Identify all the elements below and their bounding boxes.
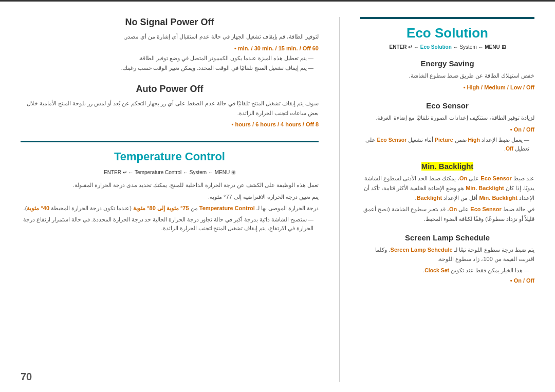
screen-lamp-title: Screen Lamp Schedule	[360, 233, 534, 242]
temp-desc1: تعمل هذه الوظيفة على الكشف عن درجة الحرا…	[21, 180, 319, 190]
screen-lamp-section: Screen Lamp Schedule يتم ضبط درجة سطوع ا…	[360, 233, 534, 286]
temp-control-title: Temperature Control	[21, 141, 319, 163]
temp-desc2: يتم تعيين درجة الحرارة الافتراضية إلى 77…	[21, 192, 319, 202]
temp-orange: Temperature Control	[199, 205, 255, 211]
auto-power-desc: سوف يتم إيقاف تشغيل المنتج تلقائيًا في ح…	[21, 99, 319, 118]
sl-clock: Clock Set	[424, 267, 449, 273]
auto-power-options-text: 8 hours / 6 hours / 4 hours / Off •	[231, 121, 319, 127]
auto-power-section: Auto Power Off سوف يتم إيقاف تشغيل المنت…	[21, 84, 319, 129]
left-column: No Signal Power Off لتوفير الطاقة، قم بإ…	[21, 17, 319, 382]
eco-nav-eco: Eco Solution	[420, 44, 452, 50]
content-area: No Signal Power Off لتوفير الطاقة، قم بإ…	[0, 2, 555, 392]
mb-backlight: Backlight	[417, 195, 442, 201]
no-signal-options-text: 60 min. / 30 min. / 15 min. / Off •	[234, 45, 319, 51]
temp-note1: ستصبح الشاشة ذاتية بدرجة أكبر في حالة تج…	[21, 215, 319, 233]
mb-eco: Eco Sensor	[480, 175, 512, 181]
no-signal-desc: لتوفير الطاقة، قم بإيقاف تشغيل الجهاز في…	[21, 32, 319, 42]
eco-sensor-note1: يعمل ضبط الإعداد High ضمن Picture أثناء …	[360, 136, 534, 153]
energy-options-text: High	[467, 84, 479, 90]
temp-range: 75° مئوية إلى 80° مئوية	[133, 205, 189, 211]
min-backlight-title: Min. Backlight	[360, 162, 534, 171]
page-container: No Signal Power Off لتوفير الطاقة، قم بإ…	[0, 0, 555, 392]
no-signal-title: No Signal Power Off	[21, 17, 319, 28]
note-off: Off	[506, 145, 513, 152]
mb-on: On	[459, 175, 467, 181]
screen-lamp-options: On / Off •	[360, 276, 534, 286]
temp-desc3: درجة الحرارة الموصى بها لـ Temperature C…	[21, 203, 319, 213]
mb-on2: On	[449, 206, 457, 212]
no-signal-options: 60 min. / 30 min. / 15 min. / Off •	[21, 44, 319, 53]
energy-saving-title: Energy Saving	[360, 59, 534, 68]
no-signal-note2: يتم إيقاف تشغيل المنتج تلقائيًا في الوقت…	[21, 64, 319, 72]
eco-sensor-desc: لزيادة توفير الطاقة، ستتكيف إعدادات الصو…	[360, 113, 534, 123]
screen-lamp-note1: هذا الخيار يمكن فقط عند تكوين Clock Set.	[360, 266, 534, 275]
min-backlight-desc1: عند ضبط Eco Sensor على On، يمكنك ضبط الح…	[360, 174, 534, 202]
temp-ambient: 40° مئوية	[27, 205, 49, 211]
mb-min: Min. Backlight	[466, 185, 504, 191]
temp-control-nav: ENTER ↵ ← Temperature Control ← System ←…	[21, 170, 319, 175]
eco-sensor-options: On / Off •	[360, 125, 534, 135]
note-high: High	[468, 137, 479, 143]
min-backlight-desc2: في حالة ضبط Eco Sensor على On، قد يتغير …	[360, 204, 534, 223]
mb-eco2: Eco Sensor	[470, 206, 502, 212]
note-eco: Eco Sensor	[377, 137, 406, 143]
energy-saving-section: Energy Saving خفض استهلاك الطاقة عن طريق…	[360, 59, 534, 92]
screen-lamp-desc: يتم ضبط درجة سطوع اللوحة تبعًا لـ Screen…	[360, 245, 534, 264]
sl-options-text: On / Off •	[510, 277, 534, 284]
auto-power-title: Auto Power Off	[21, 84, 319, 95]
eco-sensor-options-text: On / Off •	[510, 126, 534, 133]
eco-solution-title: Eco Solution	[360, 17, 534, 41]
energy-saving-options: High / Medium / Low / Off •	[360, 83, 534, 92]
energy-saving-desc: خفض استهلاك الطاقة عن طريق ضبط سطوع الشا…	[360, 71, 534, 81]
no-signal-note1: يتم تعطيل هذه الميزة عندما يكون الكمبيوت…	[21, 54, 319, 63]
no-signal-section: No Signal Power Off لتوفير الطاقة، قم بإ…	[21, 17, 319, 72]
temp-control-section: Temperature Control ENTER ↵ ← Temperatur…	[21, 141, 319, 233]
mb-min2: Min. Backlight	[479, 195, 517, 201]
right-column: Eco Solution ENTER ↵ ← Eco Solution ← Sy…	[339, 17, 534, 382]
eco-sensor-title: Eco Sensor	[360, 101, 534, 110]
note-picture: Picture	[435, 137, 453, 143]
min-backlight-title-text: Min. Backlight	[421, 162, 474, 171]
sl-schedule: Screen Lamp Schedule	[391, 247, 453, 253]
eco-solution-section: Eco Solution ENTER ↵ ← Eco Solution ← Sy…	[360, 17, 534, 50]
page-number: 70	[21, 371, 32, 383]
auto-power-options: 8 hours / 6 hours / 4 hours / Off •	[21, 120, 319, 129]
eco-sensor-section: Eco Sensor لزيادة توفير الطاقة، ستتكيف إ…	[360, 101, 534, 153]
temp-nav-text: ENTER ↵ ← Temperature Control ← System ←…	[104, 170, 235, 175]
eco-solution-nav: ENTER ↵ ← Eco Solution ← System ← MENU ⊞	[360, 44, 534, 50]
min-backlight-section: Min. Backlight عند ضبط Eco Sensor على On…	[360, 162, 534, 223]
